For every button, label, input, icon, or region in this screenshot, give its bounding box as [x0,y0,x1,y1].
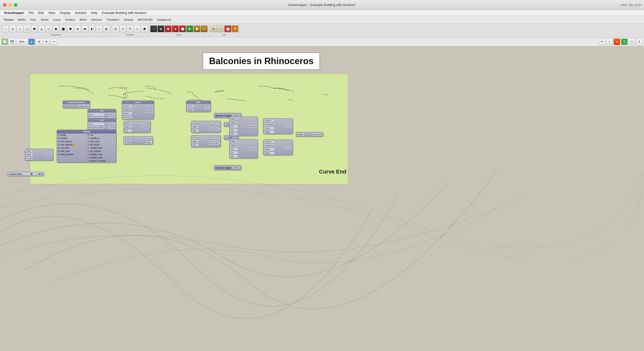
new-button[interactable]: 📄 [2,38,8,45]
cluster-dot-module [58,138,60,139]
params-item-intersect[interactable]: Intersect [89,18,104,22]
slider-track[interactable] [23,173,38,175]
params-item-transform[interactable]: Transform [104,18,122,22]
tb-btn-13[interactable]: ◧ [88,25,96,32]
series-node[interactable]: Start Step Count Series [25,149,54,161]
params-item-surface[interactable]: Surface [63,18,77,22]
line-1-left [224,123,226,126]
tb-prim-3[interactable]: Ⓐ [126,25,134,32]
tb-btn-12[interactable]: ⬬ [81,25,88,32]
tb-util-3[interactable]: ⬤ [224,25,231,32]
tb-input-7[interactable]: ⬟ [194,25,200,32]
zoom-level: 100% [620,4,627,6]
blend-curve-2[interactable]: Curves Continuity Close Bulge Curve [263,140,293,155]
bool-toggle-2[interactable]: Boolean Toggle False [214,165,242,170]
edges-surfaces-node[interactable]: Edges Surfaces [296,132,323,137]
params-item-display[interactable]: Display [122,18,136,22]
curve-guide-node[interactable]: Curve Guide Curve Flag [123,136,153,145]
number-slider[interactable]: Number Slider ◈ 4 [8,172,44,176]
curve-dist-node[interactable]: Curve Curve Distance Plane Corners Curve [122,100,154,120]
wire-mode-btn[interactable]: ◇ [606,38,613,45]
info-btn[interactable]: ℹ [636,38,642,45]
port-curve-start1: Curve [192,122,199,125]
curve-params-node[interactable]: Curve Parameters Segments [63,100,90,108]
tb-input-6[interactable]: ▶ [186,25,193,32]
tree-depth-node[interactable]: Tree Tree Depth Tree [186,100,211,112]
params-item-vector[interactable]: Vector [38,18,51,22]
cluster-dot-out-random_balcony [88,160,89,162]
tb-btn-2[interactable]: ◎ [9,25,16,32]
cluster-node[interactable]: Cluster length module min_balcony max_ba… [57,130,116,163]
menu-file[interactable]: File [26,10,36,15]
menu-edit[interactable]: Edit [36,10,46,15]
data-node-2[interactable]: Data 1 Data 2 D3 D4 D5 Result [229,116,258,136]
render-mode-btn[interactable]: 🍃 [621,38,628,45]
tb-prim-4[interactable]: ⬡ [134,25,141,32]
close-button[interactable] [3,3,6,7]
tb-input-4[interactable]: ◈ [172,25,179,32]
menu-help[interactable]: Help [89,10,100,15]
tb-input-3[interactable]: ◉ [164,25,172,32]
tb-btn-1[interactable]: ○ [2,25,9,32]
params-item-archicad[interactable]: ARCHICAD [136,18,155,22]
curve-params-header: Curve Parameters [63,101,90,104]
cluster-dot-min-void [58,147,60,149]
params-item-curve[interactable]: Curve [51,18,63,22]
zoom-fit-button[interactable]: ⊞ [36,38,42,45]
data-node-3[interactable]: Data 1 Data 2 D3 D4 D5 Result [229,139,258,158]
tb-input-8[interactable]: ◫ [201,25,208,32]
data-node-1[interactable]: Data 1 Data 2 D3 Result [123,121,151,133]
cluster-out-list_module: list_module [87,150,116,153]
input-section: ⬛ ◼ ◉ ◈ ⬤ ▶ ⬟ ◫ Input [149,24,209,36]
tb-btn-4[interactable]: ◯ [24,25,30,32]
minimize-button[interactable] [8,3,12,7]
params-item-kangaroo[interactable]: Kangaroo2 [155,18,173,22]
tb-btn-5[interactable]: ⬟ [31,25,38,32]
tb-btn-7[interactable]: ◻ [45,25,52,32]
params-item-mesh[interactable]: Mesh [77,18,89,22]
preview-toggle[interactable]: 👁 [43,38,50,45]
tb-prim-1[interactable]: ⊞ [112,25,119,32]
dispatch-2-node[interactable]: List List Dispatch pattern List A List B [88,118,116,130]
tb-util-4[interactable]: ⚗ [232,25,238,32]
canvas[interactable]: .wire-dashed { fill:none; stroke:#444; s… [0,46,644,351]
bool-toggle-2-value[interactable]: False [232,166,240,169]
port-result2-out: Result [250,125,257,128]
tb-util-1[interactable]: ➜ [210,25,217,32]
tb-btn-15[interactable]: ◐ [103,25,110,32]
save-button[interactable]: 💾 [9,38,16,45]
tb-input-1[interactable]: ⬛ [150,25,157,32]
zoom-up-button[interactable]: ▲ [28,38,35,45]
params-item-sets[interactable]: Sets [28,18,38,22]
menu-display[interactable]: Display [58,10,72,15]
blend-curve-1[interactable]: Curves Continuity Close Bulge Curve [263,118,293,134]
menu-grasshopper[interactable]: Grasshopper [2,10,26,15]
bake-button[interactable]: ✏ [51,38,57,45]
tb-btn-6[interactable]: ▲ [38,25,45,32]
params-item-maths[interactable]: Maths [16,18,28,22]
slider-thumb[interactable] [30,173,32,175]
tb-btn-10[interactable]: ⬢ [67,25,74,32]
tb-btn-14[interactable]: ⬭ [96,25,103,32]
tb-btn-3[interactable]: ⬡ [16,25,23,32]
tb-btn-9[interactable]: ⬤ [60,25,67,32]
tb-btn-8[interactable]: ◼ [52,25,60,32]
tb-util-2[interactable]: → [217,25,224,32]
extra-mode-btn[interactable]: ◯ [628,38,635,45]
menu-view[interactable]: View [46,10,57,15]
light-mode-btn[interactable]: ☀ [599,38,605,45]
zoom-percent[interactable]: 89% [16,38,27,45]
start-end-node-1[interactable]: Curve Start End Start Point End Point [191,121,221,133]
menu-solution[interactable]: Solution [73,10,88,15]
window-controls[interactable] [3,3,18,7]
menu-example[interactable]: Example Building with terraces [100,10,148,15]
params-item-params[interactable]: Params [2,18,16,22]
start-end-node-2[interactable]: Curve Start End Start Point End Point [191,135,221,148]
maximize-button[interactable] [14,3,18,7]
tb-input-2[interactable]: ◼ [158,25,164,32]
tb-prim-5[interactable]: ⬣ [141,25,148,32]
tb-prim-2[interactable]: ⑦ [119,25,126,32]
solid-mode-btn[interactable]: ● [614,38,620,45]
tb-input-5[interactable]: ⬤ [179,25,186,32]
tb-btn-11[interactable]: ◈ [74,25,81,32]
